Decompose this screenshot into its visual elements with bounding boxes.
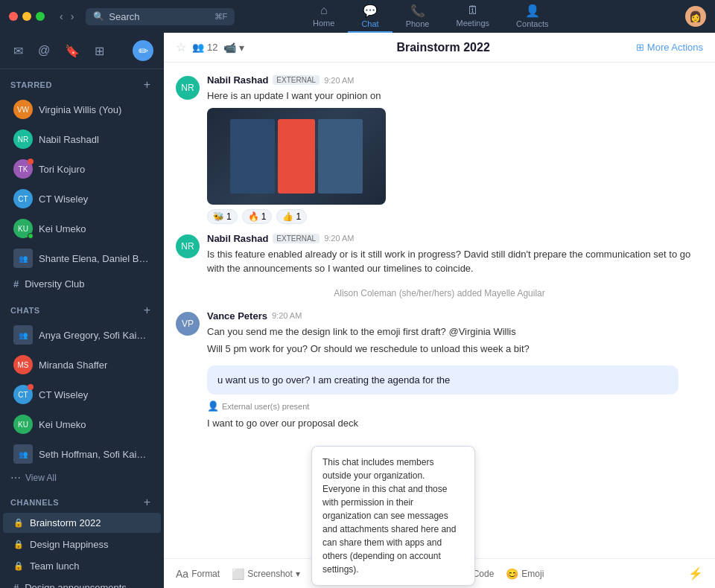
bubble-text: u want us to go over? I am creating the … <box>217 373 668 388</box>
search-bar[interactable]: 🔍 Search ⌘F <box>86 8 235 25</box>
bookmark-icon[interactable]: 🔖 <box>62 41 83 61</box>
sidebar-item-design-announcements[interactable]: # Design announcements <box>3 578 161 588</box>
sidebar-item-diversity[interactable]: # Diversity Club <box>3 274 161 294</box>
msg-time-1: 9:20 AM <box>324 76 354 85</box>
vance-line2: Will 5 pm work for you? Or should we res… <box>207 342 703 357</box>
chat-icon: 💬 <box>363 4 378 18</box>
star-icon[interactable]: ☆ <box>176 40 186 54</box>
sidebar-item-tori[interactable]: TK Tori Kojuro <box>3 155 161 183</box>
msg-content-2: Nabil Rashad EXTERNAL 9:20 AM Is this fe… <box>207 233 703 276</box>
vance-header: Vance Peters 9:20 AM <box>207 310 703 322</box>
vance-sender: Vance Peters <box>207 310 267 322</box>
tab-phone[interactable]: 📞 Phone <box>393 1 443 33</box>
sidebar-item-kei-chat[interactable]: KU Kei Umeko <box>3 410 161 438</box>
ct-notification <box>28 384 34 390</box>
emoji-icon: 😊 <box>506 568 518 580</box>
sidebar-item-team-lunch[interactable]: 🔒 Team lunch <box>3 556 161 576</box>
reaction-thumbs[interactable]: 👍1 <box>276 209 307 224</box>
message-group-vance: VP Vance Peters 9:20 AM Can you send me … <box>176 310 703 357</box>
msg-badge-2: EXTERNAL <box>273 234 320 243</box>
filter-icon[interactable]: ⚡ <box>688 566 703 581</box>
forward-button[interactable]: › <box>68 9 77 24</box>
sidebar-item-ct-starred[interactable]: CT CT Wiseley <box>3 185 161 213</box>
minimize-button[interactable] <box>22 12 31 21</box>
sidebar-item-virginia[interactable]: VW Virginia Willis (You) <box>3 95 161 124</box>
starred-add-button[interactable]: + <box>141 78 153 92</box>
sidebar-item-brainstorm[interactable]: 🔒 Brainstorm 2022 <box>3 513 161 533</box>
img-col-1 <box>230 119 275 194</box>
close-button[interactable] <box>9 12 18 21</box>
sidebar-item-anya[interactable]: 👥 Anya Gregory, Sofi Kaiser... <box>3 321 161 349</box>
seth-avatar: 👥 <box>13 444 33 464</box>
starred-section-header: STARRED + <box>0 72 164 95</box>
screenshot-icon: ⬜ <box>232 568 244 580</box>
miranda-name: Miranda Shaffer <box>39 359 150 371</box>
kei-online-indicator <box>28 233 34 239</box>
design-happiness-lock-icon: 🔒 <box>13 540 24 549</box>
sidebar-item-design-happiness[interactable]: 🔒 Design Happiness <box>3 534 161 555</box>
tab-meetings[interactable]: 🗓 Meetings <box>442 1 503 33</box>
emoji-button[interactable]: 😊 Emoji <box>506 568 544 580</box>
msg-time-2: 9:20 AM <box>324 234 354 243</box>
msg-header-1: Nabil Rashad EXTERNAL 9:20 AM <box>207 74 703 86</box>
format-button[interactable]: Aa Format <box>176 568 220 580</box>
reaction-bee[interactable]: 🐝1 <box>207 209 238 224</box>
tab-home-label: Home <box>313 19 334 28</box>
tab-home[interactable]: ⌂ Home <box>299 1 348 33</box>
brainstorm-name: Brainstorm 2022 <box>30 517 150 528</box>
chats-view-all-label: View All <box>25 473 57 483</box>
shante-avatar: 👥 <box>13 249 33 268</box>
msg-header-2: Nabil Rashad EXTERNAL 9:20 AM <box>207 233 703 244</box>
design-announcements-name: Design announcements <box>25 582 150 588</box>
nabil-msg-avatar: NR <box>176 76 200 100</box>
back-button[interactable]: ‹ <box>57 9 66 24</box>
sidebar-item-nabil[interactable]: NR Nabil Rashadl <box>3 125 161 153</box>
msg-text-1: Here is an update I want your opinion on <box>207 89 703 103</box>
team-lunch-lock-icon: 🔒 <box>13 561 24 571</box>
chat-header: ☆ 👥 12 📹 ▾ Brainstorm 2022 ⊞ More Action… <box>164 33 715 63</box>
avatar[interactable]: 👩 <box>685 6 706 27</box>
external-tooltip: This chat includes members outside your … <box>311 446 475 586</box>
kei-starred-avatar: KU <box>13 219 33 238</box>
channels-add-button[interactable]: + <box>141 496 153 509</box>
image-placeholder <box>230 119 363 194</box>
tab-contacts[interactable]: 👤 Contacts <box>503 1 562 33</box>
img-col-3 <box>318 119 363 194</box>
msg-image-inner <box>207 108 386 205</box>
tori-notification <box>28 159 34 164</box>
seth-name: Seth Hoffman, Sofi Kaiser... <box>39 449 150 460</box>
diversity-name: Diversity Club <box>25 278 150 290</box>
nav-arrows: ‹ › <box>57 9 77 24</box>
reaction-fire[interactable]: 🔥1 <box>242 209 273 224</box>
brainstorm-lock-icon: 🔒 <box>13 518 24 528</box>
maximize-button[interactable] <box>36 12 45 21</box>
member-count-area[interactable]: 👥 12 <box>192 42 217 53</box>
message-icon[interactable]: ✉ <box>10 41 26 61</box>
channels-section-header: CHANNELS + <box>0 490 164 512</box>
chats-view-all[interactable]: ⋯ View All <box>0 469 164 487</box>
sidebar-item-kei-starred[interactable]: KU Kei Umeko <box>3 214 161 243</box>
nabil-name: Nabil Rashadl <box>39 134 150 145</box>
img-col-2 <box>278 119 315 194</box>
system-message-text: Alison Coleman (she/her/hers) added Maye… <box>334 288 544 298</box>
compose-button[interactable]: ✏ <box>133 40 153 61</box>
sidebar-item-ct-chat[interactable]: CT CT Wiseley <box>3 380 161 409</box>
shante-name: Shante Elena, Daniel Bow... <box>39 253 150 264</box>
video-dropdown-icon[interactable]: 📹 ▾ <box>223 42 244 54</box>
chats-add-button[interactable]: + <box>141 304 153 317</box>
sidebar-item-shante[interactable]: 👥 Shante Elena, Daniel Bow... <box>3 244 161 272</box>
sidebar-item-miranda[interactable]: MS Miranda Shaffer <box>3 351 161 379</box>
mention-icon[interactable]: @ <box>35 41 53 60</box>
more-actions-button[interactable]: ⊞ More Actions <box>636 42 703 53</box>
tab-chat[interactable]: 💬 Chat <box>348 1 392 33</box>
proposal-text: I want to go over our proposal deck <box>207 416 703 431</box>
more-actions-icon: ⊞ <box>636 42 644 53</box>
contacts-icon: 👤 <box>525 4 540 18</box>
format-label: Format <box>191 569 220 579</box>
bee-emoji: 🐝 <box>213 211 224 222</box>
screenshot-button[interactable]: ⬜ Screenshot ▾ <box>232 568 300 580</box>
grid-icon[interactable]: ⊞ <box>92 41 107 61</box>
tooltip-text: This chat includes members outside your … <box>322 457 456 575</box>
msg-text-2: Is this feature enabled already or is it… <box>207 247 703 276</box>
sidebar-item-seth[interactable]: 👥 Seth Hoffman, Sofi Kaiser... <box>3 440 161 468</box>
